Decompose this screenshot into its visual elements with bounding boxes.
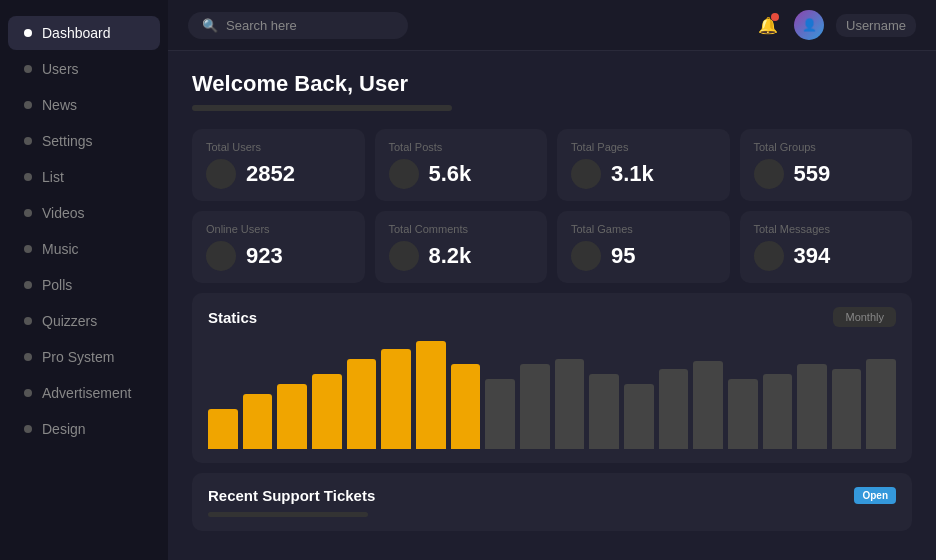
chart-bar <box>416 341 446 449</box>
chart-bar <box>208 409 238 449</box>
sidebar-item-list[interactable]: List <box>8 160 160 194</box>
sidebar-item-pro-system[interactable]: Pro System <box>8 340 160 374</box>
sidebar-item-polls[interactable]: Polls <box>8 268 160 302</box>
avatar[interactable]: 👤 <box>794 10 824 40</box>
stat-card: Total Pages3.1k <box>557 129 730 201</box>
chart-section: Statics Monthly <box>192 293 912 463</box>
chart-bar <box>624 384 654 449</box>
chart-toggle[interactable]: Monthly <box>833 307 896 327</box>
sidebar-item-label: Design <box>42 421 86 437</box>
stats-grid-row1: Total Users2852Total Posts5.6kTotal Page… <box>192 129 912 201</box>
main-area: 🔍 Search here 🔔 👤 Username Welcome Back,… <box>168 0 936 560</box>
notification-badge <box>771 13 779 21</box>
stat-label: Total Games <box>571 223 716 235</box>
sidebar-item-label: Polls <box>42 277 72 293</box>
stat-value: 2852 <box>246 161 295 187</box>
stat-label: Online Users <box>206 223 351 235</box>
chart-bar <box>451 364 481 449</box>
tickets-progress-bar <box>208 512 368 517</box>
sidebar-item-settings[interactable]: Settings <box>8 124 160 158</box>
sidebar: DashboardUsersNewsSettingsListVideosMusi… <box>0 0 168 560</box>
chart-bar <box>381 349 411 449</box>
chart-bar <box>485 379 515 449</box>
stat-circle <box>571 159 601 189</box>
notification-bell[interactable]: 🔔 <box>754 11 782 39</box>
sidebar-item-dashboard[interactable]: Dashboard <box>8 16 160 50</box>
sidebar-item-videos[interactable]: Videos <box>8 196 160 230</box>
stat-value-row: 923 <box>206 241 351 271</box>
welcome-title: Welcome Back, User <box>192 71 912 97</box>
stat-label: Total Groups <box>754 141 899 153</box>
stat-label: Total Pages <box>571 141 716 153</box>
chart-bar <box>832 369 862 449</box>
stat-value-row: 8.2k <box>389 241 534 271</box>
stat-value: 3.1k <box>611 161 654 187</box>
sidebar-item-quizzers[interactable]: Quizzers <box>8 304 160 338</box>
chart-bar <box>277 384 307 449</box>
sidebar-item-label: Users <box>42 61 79 77</box>
stat-value-row: 95 <box>571 241 716 271</box>
sidebar-dot <box>24 425 32 433</box>
chart-bar <box>555 359 585 449</box>
search-bar[interactable]: 🔍 Search here <box>188 12 408 39</box>
sidebar-item-label: Dashboard <box>42 25 111 41</box>
stat-value: 8.2k <box>429 243 472 269</box>
stat-card: Total Messages394 <box>740 211 913 283</box>
content-area: Welcome Back, User Total Users2852Total … <box>168 51 936 560</box>
stat-card: Total Comments8.2k <box>375 211 548 283</box>
stat-value-row: 394 <box>754 241 899 271</box>
stat-value: 95 <box>611 243 635 269</box>
stat-circle <box>754 241 784 271</box>
sidebar-dot <box>24 209 32 217</box>
sidebar-item-label: List <box>42 169 64 185</box>
sidebar-item-advertisement[interactable]: Advertisement <box>8 376 160 410</box>
header: 🔍 Search here 🔔 👤 Username <box>168 0 936 51</box>
sidebar-dot <box>24 245 32 253</box>
search-placeholder: Search here <box>226 18 297 33</box>
stat-circle <box>206 159 236 189</box>
chart-bar <box>866 359 896 449</box>
sidebar-item-design[interactable]: Design <box>8 412 160 446</box>
sidebar-item-label: Settings <box>42 133 93 149</box>
sidebar-item-label: Music <box>42 241 79 257</box>
stat-card: Total Posts5.6k <box>375 129 548 201</box>
chart-title: Statics <box>208 309 257 326</box>
chart-bar <box>589 374 619 449</box>
stat-value: 394 <box>794 243 831 269</box>
sidebar-item-music[interactable]: Music <box>8 232 160 266</box>
chart-bar <box>693 361 723 449</box>
stat-label: Total Users <box>206 141 351 153</box>
username-display: Username <box>836 14 916 37</box>
chart-bar <box>347 359 377 449</box>
stat-value-row: 2852 <box>206 159 351 189</box>
chart-bar <box>243 394 273 449</box>
stat-value: 559 <box>794 161 831 187</box>
sidebar-item-news[interactable]: News <box>8 88 160 122</box>
sidebar-item-label: News <box>42 97 77 113</box>
chart-bars <box>208 339 896 449</box>
sidebar-dot <box>24 65 32 73</box>
chart-bar <box>763 374 793 449</box>
chart-bar <box>797 364 827 449</box>
stat-circle <box>389 241 419 271</box>
open-badge: Open <box>854 487 896 504</box>
stat-circle <box>571 241 601 271</box>
sidebar-item-label: Videos <box>42 205 85 221</box>
stat-card: Total Users2852 <box>192 129 365 201</box>
tickets-section: Recent Support Tickets Open <box>192 473 912 531</box>
stat-value-row: 5.6k <box>389 159 534 189</box>
stat-label: Total Posts <box>389 141 534 153</box>
stat-circle <box>206 241 236 271</box>
stat-value-row: 3.1k <box>571 159 716 189</box>
stat-card: Total Groups559 <box>740 129 913 201</box>
sidebar-item-label: Advertisement <box>42 385 131 401</box>
sidebar-item-users[interactable]: Users <box>8 52 160 86</box>
stat-label: Total Comments <box>389 223 534 235</box>
sidebar-item-label: Pro System <box>42 349 114 365</box>
sidebar-dot <box>24 173 32 181</box>
stat-circle <box>389 159 419 189</box>
stats-grid-row2: Online Users923Total Comments8.2kTotal G… <box>192 211 912 283</box>
tickets-title: Recent Support Tickets <box>208 487 375 504</box>
chart-bar <box>520 364 550 449</box>
chart-bar <box>659 369 689 449</box>
